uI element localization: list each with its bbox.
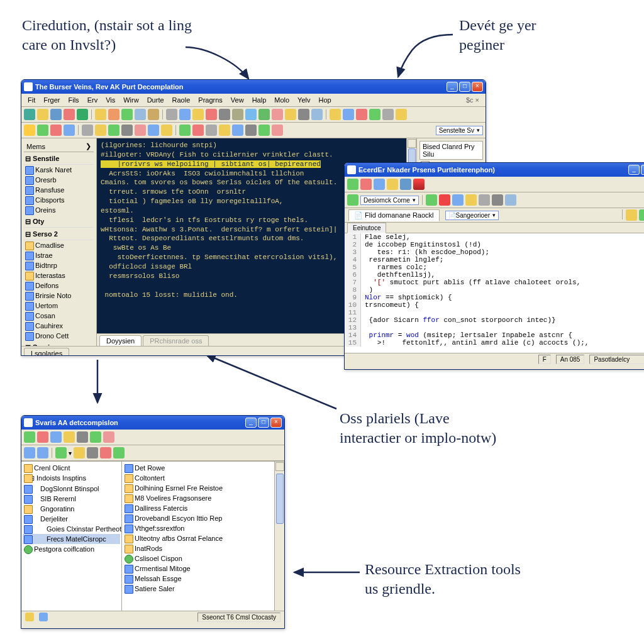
- tree-item[interactable]: Goies Clxinstar Pertheot: [23, 524, 120, 534]
- sub-tab[interactable]: Eeinutoce: [347, 223, 386, 233]
- tree-item[interactable]: Oresrb: [24, 175, 94, 185]
- tree-item[interactable]: Crenl Olicnt: [23, 463, 120, 473]
- tb-icon[interactable]: [166, 109, 177, 120]
- tree-item[interactable]: Oreins: [24, 205, 94, 215]
- tree-item[interactable]: Istrae: [24, 250, 94, 260]
- delete-icon[interactable]: [439, 194, 450, 206]
- menu-item[interactable]: Fit: [24, 95, 39, 105]
- menu-item[interactable]: Vis: [102, 95, 119, 105]
- tb-icon[interactable]: [426, 194, 437, 206]
- tb-icon[interactable]: [192, 109, 204, 120]
- tb-icon[interactable]: [245, 109, 257, 120]
- tree-item[interactable]: Brirsie Noto: [24, 291, 94, 301]
- tb-icon[interactable]: [50, 125, 62, 136]
- tree-item[interactable]: ⊟ Indoists Insptins: [23, 473, 120, 484]
- menu-item[interactable]: Erv: [84, 95, 102, 105]
- menu-item[interactable]: Yelv: [294, 95, 314, 105]
- tb-icon[interactable]: [77, 431, 88, 443]
- titlebar[interactable]: Svaris AA detccompislon _ □ ×: [21, 416, 284, 430]
- tb-icon[interactable]: [356, 109, 367, 120]
- tb-icon[interactable]: [121, 125, 133, 136]
- tb-icon[interactable]: [206, 125, 217, 136]
- list-item[interactable]: Ulteotny afbs Osrrat Felance: [123, 533, 273, 543]
- tree-item[interactable]: Cibsports: [24, 195, 94, 205]
- tb-icon[interactable]: [82, 125, 93, 136]
- forward-icon[interactable]: [37, 447, 48, 458]
- tree-item[interactable]: Karsk Naret: [24, 165, 94, 175]
- list-item[interactable]: Drovebandl Escyon Ittio Rep: [123, 513, 273, 523]
- tb-icon[interactable]: [298, 109, 309, 120]
- tree-item[interactable]: Cauhirex: [24, 321, 94, 331]
- tb-icon[interactable]: [64, 125, 75, 136]
- tb-icon[interactable]: [135, 125, 146, 136]
- tree-item[interactable]: SIB Rerernl: [23, 494, 120, 504]
- tb-icon[interactable]: [37, 109, 48, 120]
- tb-icon[interactable]: [206, 109, 217, 120]
- tree-item[interactable]: DogSlonnt Btinspol: [23, 484, 120, 494]
- tb-icon[interactable]: [161, 125, 172, 136]
- tb-icon[interactable]: [179, 125, 191, 136]
- tb-icon[interactable]: [121, 109, 133, 120]
- menu-item[interactable]: Molo: [270, 95, 293, 105]
- menu-item[interactable]: Fils: [65, 95, 83, 105]
- tb-icon[interactable]: [330, 109, 341, 120]
- close-button[interactable]: ×: [472, 82, 483, 92]
- tb-icon[interactable]: [219, 109, 230, 120]
- tb-icon[interactable]: [24, 109, 35, 120]
- tb-icon[interactable]: [396, 109, 407, 120]
- combo-document[interactable]: Desiomck Corne: [360, 196, 419, 205]
- tb-icon[interactable]: [465, 194, 477, 206]
- tb-icon[interactable]: [100, 447, 111, 458]
- menu-item[interactable]: Hop: [315, 95, 335, 105]
- tb-icon[interactable]: [413, 179, 425, 190]
- menu-item[interactable]: Halp: [248, 95, 270, 105]
- tb-icon[interactable]: [272, 125, 283, 136]
- tb-icon[interactable]: [272, 109, 283, 120]
- tb-icon[interactable]: [505, 194, 516, 206]
- list-item[interactable]: Satiere Saler: [123, 584, 273, 594]
- tb-icon[interactable]: [24, 431, 35, 443]
- tb-icon[interactable]: [626, 209, 637, 221]
- tb-icon[interactable]: [374, 179, 385, 190]
- tree-item[interactable]: Gngoratinn: [23, 504, 120, 514]
- tab[interactable]: PRchisnrade oss: [143, 335, 209, 346]
- tb-icon[interactable]: [148, 109, 159, 120]
- menu-item[interactable]: Durte: [143, 95, 168, 105]
- tb-icon[interactable]: [24, 125, 35, 136]
- list-item[interactable]: M8 Voelires Fragsonsere: [123, 493, 273, 503]
- maximize-button[interactable]: □: [641, 165, 644, 175]
- tb-icon[interactable]: [347, 194, 358, 206]
- tb-icon[interactable]: [64, 109, 75, 120]
- scrollbar[interactable]: [274, 462, 284, 611]
- combo-2[interactable]: 📄 Sangeorioer: [445, 211, 499, 220]
- bottom-status-tab[interactable]: Lsgolaries: [24, 348, 69, 356]
- tree-item[interactable]: Cosan: [24, 311, 94, 321]
- list-item[interactable]: Cslisoel Cispon: [123, 553, 273, 564]
- menu-item[interactable]: Raole: [169, 95, 194, 105]
- tb-icon[interactable]: [492, 194, 503, 206]
- tb-icon[interactable]: [369, 109, 380, 120]
- chevron-right-icon[interactable]: ❯: [86, 142, 91, 150]
- tb-icon[interactable]: [382, 109, 394, 120]
- back-icon[interactable]: [24, 447, 35, 458]
- tb-icon[interactable]: [343, 109, 354, 120]
- tb-icon[interactable]: [179, 109, 191, 120]
- tb-icon[interactable]: [258, 109, 270, 120]
- combo-schedule[interactable]: Senstelte Sv: [436, 126, 483, 135]
- tb-icon[interactable]: [387, 179, 398, 190]
- tb-icon[interactable]: [108, 125, 119, 136]
- tree-item[interactable]: Uertom: [24, 301, 94, 311]
- titlebar[interactable]: The Burser Veins, Rev AK Purt Decomplati…: [21, 80, 486, 94]
- tb-icon[interactable]: [135, 109, 146, 120]
- tree-item[interactable]: Derjeliter: [23, 514, 120, 524]
- tb-icon[interactable]: [148, 125, 159, 136]
- tb-icon[interactable]: [311, 109, 323, 120]
- tb-icon[interactable]: [37, 125, 48, 136]
- code-editor-light[interactable]: 1Flae selej,2de iccobep Engitinstosl (!d…: [345, 233, 644, 353]
- tb-icon[interactable]: [77, 109, 88, 120]
- tb-icon[interactable]: [232, 125, 243, 136]
- tb-icon[interactable]: [232, 109, 243, 120]
- tab[interactable]: Doyysien: [99, 335, 142, 346]
- close-button[interactable]: ×: [270, 418, 282, 428]
- tb-icon[interactable]: [245, 125, 257, 136]
